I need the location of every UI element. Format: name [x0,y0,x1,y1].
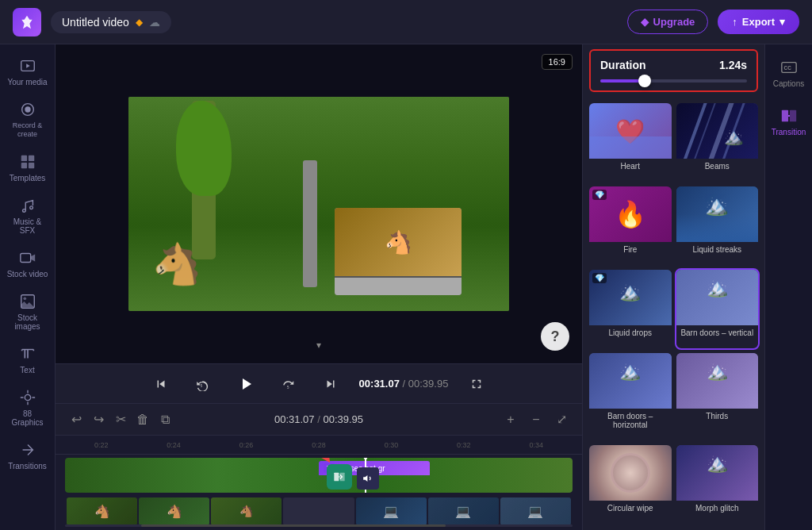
video-preview: 🐴 🐴 16:9 ? ▾ [56,44,582,363]
back-5s-button[interactable]: 5 [190,371,215,397]
diamond-icon: ◆ [136,17,143,28]
duration-slider[interactable] [600,79,747,83]
diamond-upgrade-icon: ◆ [641,16,649,28]
upgrade-button[interactable]: ◆ Upgrade [627,10,709,34]
sidebar-item-record-create[interactable]: Record &create [4,94,52,145]
svg-rect-3 [21,155,26,160]
sidebar-item-stock-video[interactable]: Stock video [4,243,52,285]
ruler-mark: 0:26 [210,441,282,449]
svg-rect-7 [20,253,30,262]
transition-card-barn-doors-horizontal[interactable]: 🏔️ Barn doors – horizontal [589,353,672,440]
ruler-mark: 0:30 [355,441,427,449]
arrow-indicator [311,458,343,469]
transition-card-liquid-streaks[interactable]: 🏔️ Liquid streaks [676,186,759,265]
transition-card-fire[interactable]: 💎 🔥 Fire [589,186,672,265]
help-button[interactable]: ? [541,322,569,351]
sidebar-item-transitions[interactable]: Transitions [4,435,52,477]
center-area: 🐴 🐴 16:9 ? ▾ [56,44,582,530]
duplicate-button[interactable]: ⧉ [154,409,176,431]
svg-text:5: 5 [200,383,202,387]
playback-controls: 5 5 00:31.07 / [56,363,582,403]
svg-text:5: 5 [287,386,289,390]
svg-rect-13 [334,472,339,481]
thumbnail-track: 🐴 🐴 🐴 💻 💻 💻 [65,496,573,527]
timeline-ruler: 0:22 0:24 0:26 0:28 0:30 0:32 0:34 [56,436,582,455]
sidebar-item-your-media[interactable]: Your media [4,51,52,93]
sidebar-item-graphics[interactable]: 88 Graphics [4,382,52,433]
ruler-mark: 0:28 [282,441,354,449]
duration-value: 1.24s [719,59,747,71]
left-sidebar: Your media Record &create Templates [0,44,56,530]
duration-panel: Duration 1.24s [589,49,758,92]
transition-card-liquid-drops[interactable]: 💎 🏔️ Liquid drops [589,270,672,348]
volume-marker[interactable] [357,467,379,490]
transition-card-beams[interactable]: 🏔️ Beams [676,103,759,182]
main-layout: Your media Record &create Templates [0,44,812,530]
far-right-item-transition[interactable]: Transition [768,99,810,144]
svg-rect-18 [781,110,787,122]
skip-to-end-button[interactable] [318,371,343,397]
timeline-area: ↩ ↪ ✂ 🗑 ⧉ 00:31.07 / 00:39.95 + − ⤢ [56,403,582,530]
transition-card-circular-wipe[interactable]: Circular wipe [589,445,672,524]
ruler-mark: 0:32 [427,441,500,449]
skip-to-start-button[interactable] [148,371,174,397]
svg-rect-19 [789,110,795,122]
fullscreen-button[interactable] [464,371,489,397]
duration-label: Duration [600,59,646,71]
right-panel: Duration 1.24s ❤️ Heart [582,44,764,530]
svg-point-10 [25,394,30,400]
zoom-out-button[interactable]: − [525,409,547,431]
svg-rect-5 [21,163,26,168]
ruler-mark: 0:24 [137,441,209,449]
transition-card-thirds[interactable]: 🏔️ Thirds [676,353,759,440]
timeline-current-time: 00:31.07 [274,413,315,425]
sidebar-item-templates[interactable]: Templates [4,147,52,189]
chevron-down-icon: ▾ [779,16,785,28]
add-track-button[interactable]: + [500,409,522,431]
svg-point-9 [23,297,26,300]
svg-point-1 [25,106,30,112]
sidebar-item-music-sfx[interactable]: Music & SFX [4,190,52,241]
cloud-icon: ☁ [149,16,160,29]
delete-button[interactable]: 🗑 [132,409,154,431]
export-button[interactable]: ↑ Export ▾ [718,10,799,34]
title-pill[interactable]: Untitled video ◆ ☁ [51,11,171,33]
far-right-sidebar: CC Captions Transition [764,44,812,530]
expand-timeline-button[interactable]: ⤢ [550,409,573,431]
transition-card-morph-glitch[interactable]: 🏔️ Morph glitch [676,445,759,524]
ruler-mark: 0:34 [500,441,573,449]
aspect-ratio-badge[interactable]: 16:9 [542,54,573,70]
undo-button[interactable]: ↩ [65,409,87,431]
upload-icon: ↑ [732,16,737,28]
far-right-item-captions[interactable]: CC Captions [768,51,810,96]
sidebar-item-text[interactable]: Text [4,339,52,381]
premium-badge-drops: 💎 [592,273,607,283]
ruler-mark: 0:22 [65,441,137,449]
sidebar-item-stock-images[interactable]: Stock images [4,286,52,337]
timeline-total-time: 00:39.95 [323,413,363,425]
svg-text:CC: CC [783,65,791,71]
svg-rect-4 [28,155,33,160]
transition-card-barn-doors-vertical[interactable]: 🏔️ Barn doors – vertical [676,270,759,348]
timeline-toolbar: ↩ ↪ ✂ 🗑 ⧉ 00:31.07 / 00:39.95 + − ⤢ [56,404,582,436]
timeline-tracks: T Horses eat gr [56,455,582,530]
svg-rect-6 [28,163,33,168]
time-display: 00:31.07 / 00:39.95 [359,378,449,390]
app-logo [13,8,41,36]
premium-badge-fire: 💎 [592,190,607,200]
transition-card-heart[interactable]: ❤️ Heart [589,103,672,182]
forward-5s-button[interactable]: 5 [277,371,302,397]
transitions-grid: ❤️ Heart 🏔️ Beams [583,97,764,530]
play-button[interactable] [231,369,261,399]
video-track: T Horses eat gr [65,458,573,493]
collapse-button[interactable]: ▾ [316,340,321,351]
topbar: Untitled video ◆ ☁ ◆ Upgrade ↑ Export ▾ [0,0,812,44]
video-title: Untitled video [62,16,129,29]
duration-thumb[interactable] [638,75,651,87]
cut-button[interactable]: ✂ [109,409,132,431]
video-canvas: 🐴 🐴 [128,97,509,311]
laptop-element: 🐴 [335,208,462,295]
redo-button[interactable]: ↪ [87,409,109,431]
